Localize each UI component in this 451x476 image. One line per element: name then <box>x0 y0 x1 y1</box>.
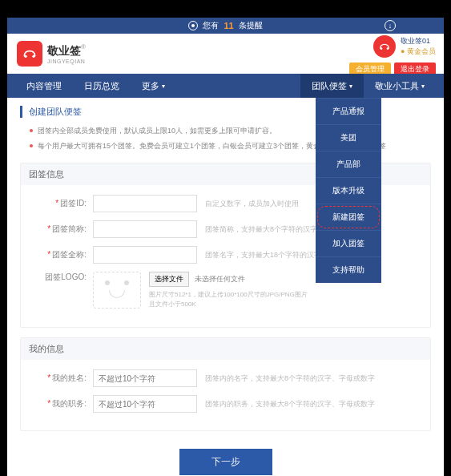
svg-point-1 <box>32 55 34 58</box>
banner-suffix: 条提醒 <box>239 20 263 31</box>
my-role-input[interactable] <box>93 395 197 413</box>
svg-point-0 <box>24 55 26 58</box>
file-status-text: 未选择任何文件 <box>195 275 245 283</box>
next-step-button[interactable]: 下一步 <box>179 449 272 475</box>
svg-point-2 <box>381 47 383 50</box>
label-my-role: *我的职务: <box>29 398 93 409</box>
label-team-full: *团签全称: <box>29 249 93 260</box>
nav-more[interactable]: 更多▾ <box>131 74 176 98</box>
dropdown-item-version-upgrade[interactable]: 版本升级 <box>316 177 381 204</box>
file-hint-1: 图片尺寸512*1，建议上传100*100尺寸的JPG/PNG图片 <box>149 290 422 300</box>
user-name: 敬业签01 <box>401 36 436 46</box>
dropdown-item-support[interactable]: 支持帮助 <box>316 256 381 283</box>
dropdown-item-create-team[interactable]: 新建团签 <box>316 204 381 230</box>
nav-team-notes[interactable]: 团队便签▾ <box>300 74 364 98</box>
label-team-id: *团签ID: <box>29 198 93 209</box>
hint-my-name: 团签内的名字，支持最大8个字符的汉字、字母或数字 <box>205 373 422 384</box>
hint-team-id: 自定义数字，成员加入时使用 <box>205 199 422 209</box>
main-nav: 内容管理 日历总览 更多▾ 团队便签▾ 敬业小工具▾ 产品通报 美团 产品部 版… <box>7 74 444 98</box>
label-team-logo: 团签LOGO: <box>29 272 93 283</box>
chevron-down-icon: ▾ <box>349 83 352 90</box>
nav-content-manage[interactable]: 内容管理 <box>15 74 73 98</box>
dropdown-item-join-team[interactable]: 加入团签 <box>316 230 381 256</box>
my-name-input[interactable] <box>93 369 197 387</box>
team-full-input[interactable] <box>93 246 197 264</box>
logo-placeholder <box>93 272 141 309</box>
user-avatar[interactable] <box>373 35 396 58</box>
chevron-down-icon: ▾ <box>162 83 165 90</box>
down-arrow-icon[interactable]: ↓ <box>385 20 396 31</box>
team-id-input[interactable] <box>93 195 197 212</box>
hint-my-role: 团签内的职务，支持最大8个字符的汉字、字母或数字 <box>205 399 422 409</box>
hint-team-full: 团签名字，支持最大18个字符的汉字、字母或数字 <box>205 250 422 260</box>
notification-count: 11 <box>223 21 233 30</box>
team-short-input[interactable] <box>93 220 197 238</box>
my-info-panel: 我的信息 *我的姓名: 团签内的名字，支持最大8个字符的汉字、字母或数字 *我的… <box>20 337 431 431</box>
choose-file-button[interactable]: 选择文件 <box>149 272 189 287</box>
nav-calendar[interactable]: 日历总览 <box>73 74 131 98</box>
hint-team-short: 团签简称，支持最大8个字符的汉字、字母或数字 <box>205 224 422 235</box>
chevron-down-icon: ▾ <box>421 83 425 90</box>
svg-point-3 <box>387 47 389 50</box>
team-notes-dropdown: 产品通报 美团 产品部 版本升级 新建团签 加入团签 支持帮助 <box>316 98 381 283</box>
panel-header: 我的信息 <box>21 338 430 360</box>
dropdown-item-product-report[interactable]: 产品通报 <box>316 98 381 124</box>
file-hint-2: 且文件小于500K <box>149 300 422 309</box>
brand-name-en: JINGYEQIAN <box>47 58 86 64</box>
label-my-name: *我的姓名: <box>29 373 93 384</box>
user-vip-status: ● 黄金会员 <box>401 46 436 57</box>
header: 敬业签® JINGYEQIAN 敬业签01 ● 黄金会员 会员管理 退出登录 <box>7 34 444 74</box>
app-logo <box>17 41 42 67</box>
user-box: 敬业签01 ● 黄金会员 <box>373 35 436 58</box>
notification-banner[interactable]: 您有 11 条提醒 ↓ <box>7 18 444 34</box>
label-team-short: *团签简称: <box>29 224 93 235</box>
brand-reg: ® <box>81 43 86 50</box>
message-icon <box>188 21 198 30</box>
banner-prefix: 您有 <box>203 20 219 31</box>
nav-tools[interactable]: 敬业小工具▾ <box>364 74 436 98</box>
dropdown-item-product-dept[interactable]: 产品部 <box>316 151 381 177</box>
dropdown-item-meituan[interactable]: 美团 <box>316 124 381 151</box>
brand-name-cn: 敬业签 <box>47 44 81 57</box>
